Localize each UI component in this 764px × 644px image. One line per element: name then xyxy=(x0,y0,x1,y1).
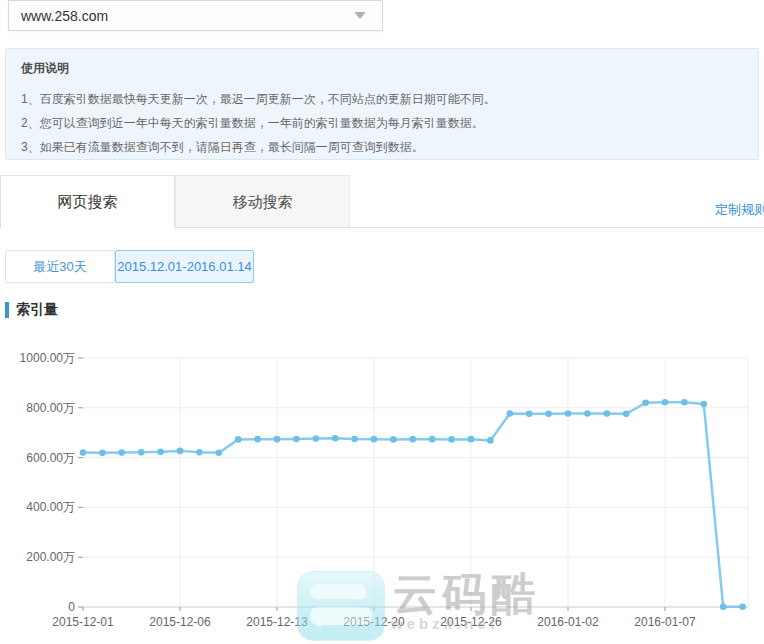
usage-instruction-line: 3、如果已有流量数据查询不到，请隔日再查，最长间隔一周可查询到数据。 xyxy=(21,135,743,159)
svg-text:600.00万: 600.00万 xyxy=(26,451,75,465)
svg-text:2015-12-20: 2015-12-20 xyxy=(343,615,405,629)
svg-text:0: 0 xyxy=(68,600,75,614)
search-type-tabbar: 网页搜索 移动搜索 定制规则 xyxy=(0,175,764,228)
tab-web-search[interactable]: 网页搜索 xyxy=(0,175,175,229)
site-selector-dropdown[interactable]: www.258.com xyxy=(8,0,383,31)
svg-text:200.00万: 200.00万 xyxy=(26,550,75,564)
date-range-row: 最近30天 2015.12.01-2016.01.14 xyxy=(5,250,254,283)
usage-instruction-line: 1、百度索引数据最快每天更新一次，最迟一周更新一次，不同站点的更新日期可能不同。 xyxy=(21,87,743,111)
svg-text:800.00万: 800.00万 xyxy=(26,401,75,415)
usage-instruction-line: 2、您可以查询到近一年中每天的索引量数据，一年前的索引量数据为每月索引量数据。 xyxy=(21,111,743,135)
index-volume-chart: 1000.00万800.00万600.00万400.00万200.00万0201… xyxy=(0,345,764,644)
section-accent-bar xyxy=(5,302,9,318)
custom-date-range-button[interactable]: 2015.12.01-2016.01.14 xyxy=(115,250,254,283)
chevron-down-icon xyxy=(354,12,366,19)
svg-text:2015-12-13: 2015-12-13 xyxy=(246,615,308,629)
svg-text:2015-12-06: 2015-12-06 xyxy=(149,615,211,629)
section-header: 索引量 xyxy=(5,301,58,319)
custom-rules-link[interactable]: 定制规则 xyxy=(715,201,764,219)
svg-text:400.00万: 400.00万 xyxy=(26,500,75,514)
svg-text:2015-12-26: 2015-12-26 xyxy=(440,615,502,629)
usage-instructions-panel: 使用说明 1、百度索引数据最快每天更新一次，最迟一周更新一次，不同站点的更新日期… xyxy=(5,48,759,160)
site-selector-value: www.258.com xyxy=(21,8,354,24)
svg-text:2016-01-07: 2016-01-07 xyxy=(634,615,696,629)
tab-mobile-search[interactable]: 移动搜索 xyxy=(175,175,350,228)
index-volume-chart-svg: 1000.00万800.00万600.00万400.00万200.00万0201… xyxy=(0,345,764,644)
last-30-days-button[interactable]: 最近30天 xyxy=(5,250,115,283)
svg-text:2015-12-01: 2015-12-01 xyxy=(52,615,114,629)
section-title: 索引量 xyxy=(16,301,58,319)
svg-text:1000.00万: 1000.00万 xyxy=(20,351,75,365)
svg-text:2016-01-02: 2016-01-02 xyxy=(537,615,599,629)
usage-instructions-title: 使用说明 xyxy=(21,60,743,77)
